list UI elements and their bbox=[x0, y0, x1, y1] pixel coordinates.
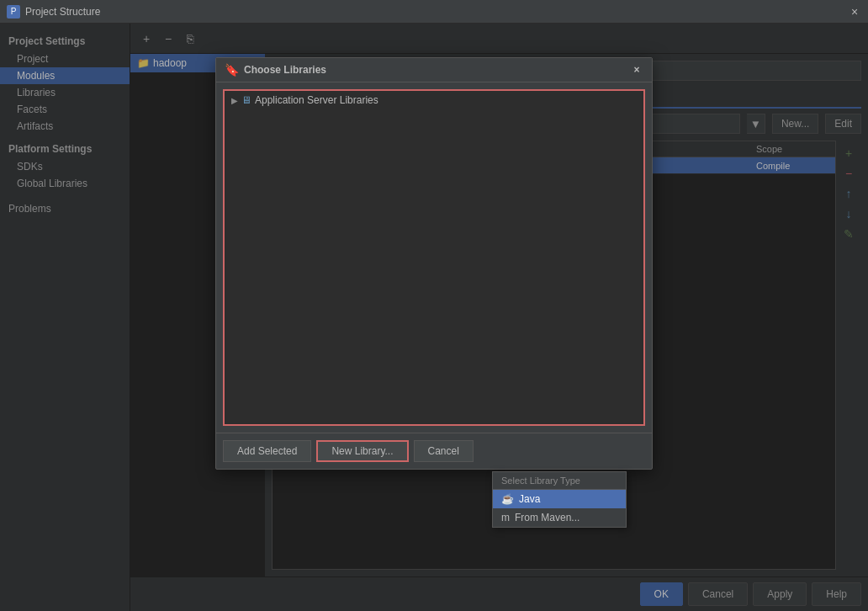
dialog-cancel-button[interactable]: Cancel bbox=[414, 440, 474, 462]
dropdown-item-maven[interactable]: m From Maven... bbox=[493, 508, 626, 527]
new-library-button[interactable]: New Library... bbox=[316, 440, 408, 462]
modal-overlay: 🔖 Choose Libraries × ▶ 🖥 Application Ser… bbox=[0, 24, 868, 611]
add-selected-button[interactable]: Add Selected bbox=[223, 440, 311, 462]
title-bar-title: Project Structure bbox=[25, 6, 100, 18]
select-library-type-popup: Select Library Type ☕ Java m From Maven.… bbox=[492, 471, 627, 528]
dialog-title-text: Choose Libraries bbox=[244, 64, 630, 76]
dropdown-label: Select Library Type bbox=[493, 472, 626, 490]
tree-item-app-server-libraries[interactable]: ▶ 🖥 Application Server Libraries bbox=[225, 91, 643, 109]
tree-item-label: Application Server Libraries bbox=[255, 94, 378, 106]
java-icon: ☕ bbox=[501, 493, 514, 505]
close-icon[interactable]: × bbox=[848, 5, 861, 19]
server-libraries-icon: 🖥 bbox=[241, 94, 251, 106]
tree-arrow-icon: ▶ bbox=[231, 96, 238, 105]
dropdown-item-java[interactable]: ☕ Java bbox=[493, 490, 626, 508]
dropdown-item-java-label: Java bbox=[519, 493, 540, 505]
choose-libraries-dialog: 🔖 Choose Libraries × ▶ 🖥 Application Ser… bbox=[215, 57, 653, 470]
dialog-footer: Add Selected New Library... Cancel bbox=[216, 433, 652, 469]
maven-icon: m bbox=[501, 512, 510, 523]
dialog-body: ▶ 🖥 Application Server Libraries bbox=[216, 82, 652, 433]
app-icon: P bbox=[7, 5, 20, 19]
title-bar: P Project Structure × bbox=[0, 0, 868, 24]
dialog-close-button[interactable]: × bbox=[630, 63, 643, 77]
dialog-tree: ▶ 🖥 Application Server Libraries bbox=[223, 89, 645, 426]
dialog-title-icon: 🔖 bbox=[225, 63, 239, 77]
dialog-title-bar: 🔖 Choose Libraries × bbox=[216, 58, 652, 82]
dropdown-item-maven-label: From Maven... bbox=[515, 512, 580, 523]
